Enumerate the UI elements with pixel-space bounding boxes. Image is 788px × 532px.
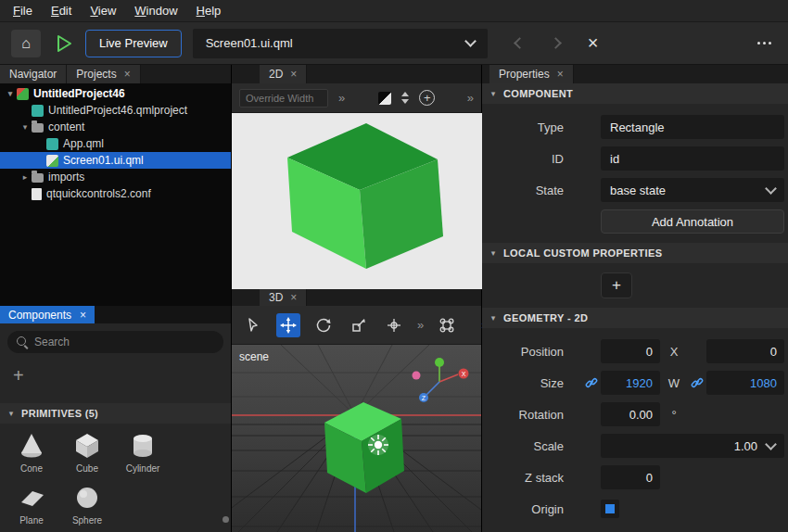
close-icon[interactable]: × xyxy=(124,68,131,81)
tree-item-conf-file[interactable]: qtquickcontrols2.conf xyxy=(0,185,231,202)
scale-dropdown[interactable]: 1.00 xyxy=(601,434,784,458)
component-label: Cylinder xyxy=(126,463,160,474)
chevron-right-icon xyxy=(550,37,562,49)
size-row: Size 1920 W xyxy=(482,371,788,395)
rotate-tool-button[interactable] xyxy=(311,313,336,337)
local-custom-properties-header[interactable]: ▾ LOCAL CUSTOM PROPERTIES xyxy=(482,243,788,263)
tree-item-app-qml[interactable]: App.qml xyxy=(0,135,231,152)
view2d-toolbar: » + » xyxy=(232,83,481,113)
close-icon[interactable]: × xyxy=(290,68,297,81)
chevron-down-icon[interactable]: ▾ xyxy=(19,122,32,132)
chevron-down-icon: ▾ xyxy=(6,409,17,418)
rotation-spinbox[interactable]: 0.00 xyxy=(601,402,660,426)
zstack-label: Z stack xyxy=(482,471,582,485)
state-label: State xyxy=(482,184,582,197)
zoom-in-icon[interactable]: + xyxy=(419,90,435,106)
select-tool-button[interactable] xyxy=(241,313,265,337)
chevron-right-icon[interactable]: ▸ xyxy=(19,172,32,182)
tree-item-qmlproject-file[interactable]: UntitledProject46.qmlproject xyxy=(0,102,231,119)
selection-mode-button[interactable] xyxy=(435,313,459,337)
link-icon[interactable] xyxy=(691,376,704,389)
tab-2d-label: 2D xyxy=(269,68,283,81)
properties-panel: Properties × ▾ COMPONENT Type Rectangle … xyxy=(482,65,788,532)
tab-projects[interactable]: Projects × xyxy=(67,65,140,83)
close-icon[interactable]: × xyxy=(557,68,564,81)
link-icon[interactable] xyxy=(585,376,598,389)
tab-navigator[interactable]: Navigator xyxy=(0,65,67,83)
menu-bar: File Edit View Window Help xyxy=(0,0,788,22)
canvas-2d[interactable] xyxy=(232,113,481,289)
overflow-icon[interactable]: » xyxy=(467,91,474,105)
chevron-down-icon xyxy=(765,183,777,195)
play-icon xyxy=(56,34,72,53)
scale-tool-button[interactable] xyxy=(347,313,371,337)
zstack-spinbox[interactable]: 0 xyxy=(601,465,660,489)
move-tool-button[interactable] xyxy=(276,313,300,337)
rotate-icon xyxy=(315,317,332,334)
cylinder-icon xyxy=(129,433,157,459)
override-width-input[interactable] xyxy=(239,89,328,108)
view3d-tabbar: 3D × xyxy=(232,289,481,306)
tree-item-screen01-selected[interactable]: Screen01.ui.qml xyxy=(0,152,231,169)
tree-item-imports-folder[interactable]: ▸ imports xyxy=(0,169,231,185)
state-dropdown[interactable]: base state xyxy=(601,178,784,202)
primitives-section-header[interactable]: ▾ PRIMITIVES (5) xyxy=(0,403,231,424)
component-item-cube[interactable]: Cube xyxy=(59,433,115,474)
close-icon[interactable]: × xyxy=(290,291,297,304)
light-icon[interactable] xyxy=(368,435,388,455)
tab-properties[interactable]: Properties × xyxy=(489,65,574,83)
component-item-sphere[interactable]: Sphere xyxy=(59,485,115,526)
tree-item-content-folder[interactable]: ▾ content xyxy=(0,119,231,135)
menu-edit[interactable]: Edit xyxy=(42,0,81,22)
tab-2d[interactable]: 2D × xyxy=(260,65,307,83)
tab-3d[interactable]: 3D × xyxy=(260,289,307,306)
component-section-header[interactable]: ▾ COMPONENT xyxy=(482,83,788,104)
component-item-plane[interactable]: Plane xyxy=(4,485,59,526)
forward-button[interactable] xyxy=(552,39,560,47)
run-project-button[interactable] xyxy=(56,34,72,53)
component-item-cylinder[interactable]: Cylinder xyxy=(115,433,171,474)
menu-window[interactable]: Window xyxy=(125,0,186,22)
position-x-spinbox[interactable]: 0 xyxy=(601,339,660,363)
state-value: base state xyxy=(610,184,767,197)
tab-components[interactable]: Components × xyxy=(0,306,95,323)
overflow-icon[interactable]: » xyxy=(417,318,424,332)
components-search[interactable] xyxy=(7,331,223,353)
panel-scroll-indicator[interactable] xyxy=(222,516,229,523)
canvas-3d[interactable]: X Z scene xyxy=(232,345,481,532)
back-button[interactable] xyxy=(515,39,524,47)
close-document-button[interactable]: × xyxy=(588,32,599,54)
rotation-row: Rotation 0.00 ° xyxy=(482,402,788,426)
current-file-selector[interactable]: Screen01.ui.qml xyxy=(193,29,488,58)
type-row: Type Rectangle xyxy=(482,115,788,139)
home-button[interactable]: ⌂ xyxy=(11,30,41,57)
origin-selector[interactable] xyxy=(601,500,619,518)
menu-view[interactable]: View xyxy=(81,0,125,22)
add-module-button[interactable]: + xyxy=(13,364,231,386)
axis-w-label: W xyxy=(660,376,688,390)
zoom-stepper[interactable] xyxy=(401,92,409,104)
type-field[interactable]: Rectangle xyxy=(601,115,784,139)
size-height-spinbox[interactable]: 1080 xyxy=(706,371,784,395)
add-annotation-button[interactable]: Add Annotation xyxy=(601,209,784,234)
component-item-cone[interactable]: Cone xyxy=(4,433,59,474)
overflow-icon[interactable]: » xyxy=(338,91,345,105)
position-label: Position xyxy=(482,345,582,359)
snap-tool-button[interactable] xyxy=(382,313,406,337)
live-preview-button[interactable]: Live Preview xyxy=(85,30,182,57)
close-icon[interactable]: × xyxy=(80,309,86,322)
scene-node-label[interactable]: scene xyxy=(239,350,269,363)
current-file-name: Screen01.ui.qml xyxy=(206,36,293,50)
menu-file[interactable]: File xyxy=(4,0,42,22)
more-options-button[interactable] xyxy=(757,42,771,44)
background-color-toggle-icon[interactable] xyxy=(378,92,391,105)
size-width-spinbox[interactable]: 1920 xyxy=(601,371,660,395)
menu-help[interactable]: Help xyxy=(187,0,231,22)
add-custom-property-button[interactable]: + xyxy=(601,272,632,298)
tree-item-project-root[interactable]: ▾ UntitledProject46 xyxy=(0,85,231,102)
geometry-section-header[interactable]: ▾ GEOMETRY - 2D xyxy=(482,308,788,328)
position-y-spinbox[interactable]: 0 xyxy=(706,339,784,363)
chevron-down-icon[interactable]: ▾ xyxy=(4,89,17,98)
id-field[interactable]: id xyxy=(601,146,784,171)
search-input[interactable] xyxy=(34,336,215,348)
